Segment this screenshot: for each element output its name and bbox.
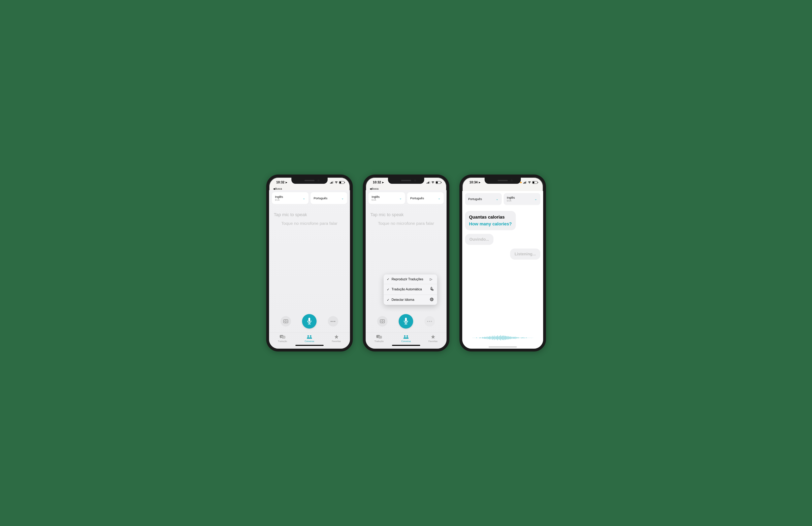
listening-bubble-left: Ouvindo... xyxy=(465,234,494,245)
recording-indicator-icon xyxy=(520,182,522,183)
wifi-icon xyxy=(528,181,531,184)
tab-label: Conversa xyxy=(305,340,314,342)
svg-point-3 xyxy=(287,321,287,321)
side-by-side-button[interactable] xyxy=(377,316,388,327)
source-language-button[interactable]: Português ⌄ xyxy=(465,193,502,205)
prompt-english: Tap mic to speak xyxy=(370,212,443,217)
home-indicator[interactable] xyxy=(295,345,323,346)
phone-1: 10:32 ➤ ◀Busca Inglês EUA ⌄ Português xyxy=(266,175,353,351)
prompt-area: Tap mic to speak Toque no microfone para… xyxy=(366,206,447,232)
target-language-name: Português xyxy=(314,196,328,200)
svg-rect-27 xyxy=(378,336,382,339)
notch xyxy=(484,177,521,184)
wifi-icon xyxy=(431,181,434,184)
side-by-side-button[interactable] xyxy=(280,316,291,327)
target-language-name: Português xyxy=(410,196,424,200)
source-language-name: Inglês xyxy=(275,195,283,199)
battery-icon xyxy=(532,181,537,184)
tab-conversation[interactable]: Conversa xyxy=(301,335,319,342)
microphone-button[interactable] xyxy=(302,314,317,329)
check-icon: ✓ xyxy=(387,298,390,302)
check-icon: ✓ xyxy=(387,277,390,281)
tab-favorites[interactable]: Favoritas xyxy=(328,335,346,342)
menu-detect-language[interactable]: ✓ Detectar Idioma xyxy=(383,295,437,305)
svg-point-21 xyxy=(381,321,381,321)
phone-3: 10:34 ➤ Português ⌄ Inglês EUA ⌄ xyxy=(460,175,546,351)
chevron-down-icon: ⌄ xyxy=(303,196,305,200)
cellular-icon xyxy=(330,181,333,184)
menu-auto-translate[interactable]: ✓ Tradução Automática xyxy=(383,284,437,295)
tab-conversation[interactable]: Conversa xyxy=(397,335,415,342)
svg-rect-13 xyxy=(431,287,432,289)
microphone-button[interactable] xyxy=(398,314,413,329)
audio-waveform xyxy=(462,333,543,345)
source-language-region: EUA xyxy=(372,199,380,201)
back-to-search[interactable]: ◀Busca xyxy=(366,187,447,190)
globe-icon xyxy=(430,298,434,302)
prompt-portuguese: Toque no microfone para falar xyxy=(370,221,443,226)
source-language-button[interactable]: Inglês EUA ⌄ xyxy=(368,192,405,204)
menu-label: Tradução Automática xyxy=(392,287,428,291)
cellular-icon xyxy=(523,181,527,184)
play-icon: ▷ xyxy=(430,277,434,281)
svg-point-22 xyxy=(383,321,384,321)
conversation-icon xyxy=(403,335,409,339)
tab-favorites[interactable]: Favoritas xyxy=(424,335,442,342)
target-language-button[interactable]: Português ⌄ xyxy=(407,192,444,204)
phone-2: 10:32 ➤ ◀Busca Inglês EUA ⌄ Português xyxy=(363,175,449,351)
home-indicator[interactable] xyxy=(489,346,517,347)
menu-label: Detectar Idioma xyxy=(392,298,428,302)
cellular-icon xyxy=(426,181,430,184)
svg-point-29 xyxy=(406,335,408,337)
svg-point-15 xyxy=(432,289,433,290)
battery-icon xyxy=(436,181,441,184)
menu-play-translations[interactable]: ✓ Reproduzir Traduções ▷ xyxy=(383,274,437,284)
svg-rect-23 xyxy=(405,318,407,322)
svg-rect-4 xyxy=(308,318,310,322)
target-language-name: Inglês xyxy=(507,196,515,199)
svg-point-2 xyxy=(284,321,285,321)
home-indicator[interactable] xyxy=(392,345,420,346)
prompt-area: Tap mic to speak Toque no microfone para… xyxy=(269,206,350,232)
menu-label: Reproduzir Traduções xyxy=(392,277,428,281)
tab-label: Conversa xyxy=(401,340,411,342)
source-language-name: Português xyxy=(468,197,482,201)
tab-bar: Tradução Conversa Favoritas xyxy=(366,333,447,343)
language-selector-row: Inglês EUA ⌄ Português ⌄ xyxy=(366,190,447,206)
tab-label: Favoritas xyxy=(332,340,341,342)
target-language-region: EUA xyxy=(507,199,515,202)
wifi-icon xyxy=(335,181,338,184)
source-language-button[interactable]: Inglês EUA ⌄ xyxy=(272,192,308,204)
svg-point-11 xyxy=(307,335,309,337)
chevron-down-icon: ⌄ xyxy=(399,196,402,200)
notch xyxy=(388,177,424,184)
options-context-menu: ✓ Reproduzir Traduções ▷ ✓ Tradução Auto… xyxy=(383,274,437,305)
star-icon xyxy=(430,335,436,339)
notch xyxy=(291,177,328,184)
chevron-down-icon: ⌄ xyxy=(535,197,537,201)
chevron-down-icon: ⌄ xyxy=(438,196,440,200)
conversation-body: Quantas calorias How many calories? Ouvi… xyxy=(462,207,543,333)
original-text: Quantas calorias xyxy=(469,214,512,220)
tab-translation[interactable]: A文 Tradução xyxy=(274,335,292,342)
translation-icon xyxy=(376,335,382,339)
svg-point-28 xyxy=(404,335,405,337)
back-to-search[interactable]: ◀Busca xyxy=(269,187,350,190)
location-icon: ➤ xyxy=(382,181,384,184)
tab-label: Tradução xyxy=(374,340,383,342)
tab-translation[interactable]: Tradução xyxy=(370,335,388,342)
translation-bubble[interactable]: Quantas calorias How many calories? xyxy=(465,211,516,230)
star-icon xyxy=(334,335,339,339)
source-language-region: EUA xyxy=(275,199,283,201)
mic-gear-icon xyxy=(430,287,434,292)
svg-text:A: A xyxy=(281,335,282,337)
language-selector-row: Português ⌄ Inglês EUA ⌄ xyxy=(462,191,543,207)
target-language-button[interactable]: Inglês EUA ⌄ xyxy=(504,193,540,205)
more-options-button[interactable] xyxy=(328,316,338,327)
more-options-button[interactable] xyxy=(424,316,435,327)
translated-text: How many calories? xyxy=(469,221,512,227)
location-icon: ➤ xyxy=(285,181,287,184)
svg-text:文: 文 xyxy=(283,336,285,338)
source-language-name: Inglês xyxy=(372,195,380,199)
target-language-button[interactable]: Português ⌄ xyxy=(310,192,347,204)
